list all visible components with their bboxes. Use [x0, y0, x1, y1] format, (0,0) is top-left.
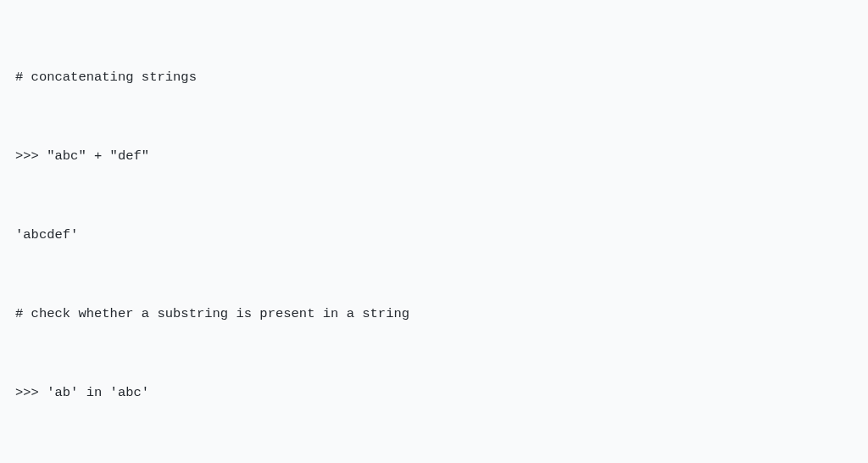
- code-line: # check whether a substring is present i…: [15, 301, 853, 327]
- code-line: >>> "abc" + "def": [15, 143, 853, 170]
- code-line: True: [15, 459, 853, 463]
- code-line: # concatenating strings: [15, 64, 853, 91]
- code-block: # concatenating strings >>> "abc" + "def…: [15, 12, 853, 463]
- code-line: >>> 'ab' in 'abc': [15, 380, 853, 406]
- code-line: 'abcdef': [15, 222, 853, 248]
